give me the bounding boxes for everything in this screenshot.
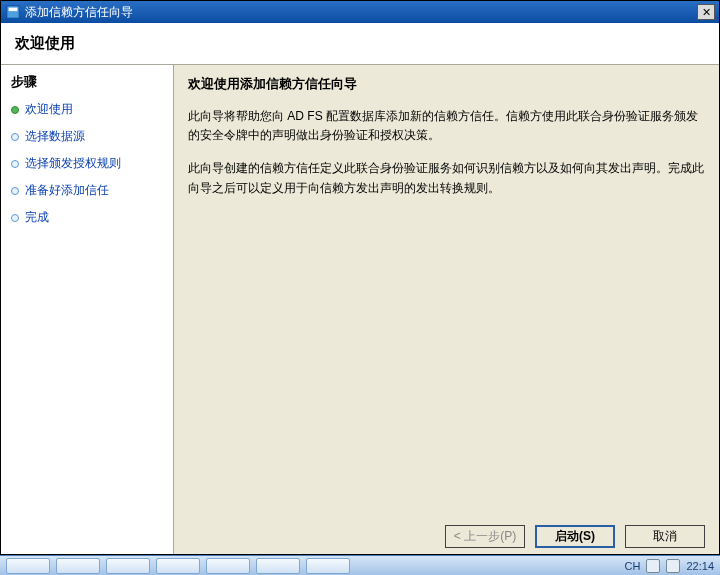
step-bullet-icon <box>11 214 19 222</box>
content-paragraph: 此向导创建的信赖方信任定义此联合身份验证服务如何识别信赖方以及如何向其发出声明。… <box>188 159 705 197</box>
title-bar[interactable]: 添加信赖方信任向导 ✕ <box>1 1 719 23</box>
language-indicator[interactable]: CH <box>625 560 641 572</box>
previous-button[interactable]: < 上一步(P) <box>445 525 525 548</box>
svg-rect-1 <box>9 8 18 12</box>
wizard-content: 欢迎使用添加信赖方信任向导 此向导将帮助您向 AD FS 配置数据库添加新的信赖… <box>174 65 719 554</box>
step-datasource[interactable]: 选择数据源 <box>11 128 163 145</box>
clock[interactable]: 22:14 <box>686 560 714 572</box>
step-bullet-icon <box>11 160 19 168</box>
cancel-button[interactable]: 取消 <box>625 525 705 548</box>
taskbar-item[interactable] <box>156 558 200 574</box>
step-bullet-icon <box>11 106 19 114</box>
taskbar-item[interactable] <box>206 558 250 574</box>
start-button[interactable]: 启动(S) <box>535 525 615 548</box>
taskbar[interactable]: CH 22:14 <box>0 555 720 575</box>
wizard-header: 欢迎使用 <box>1 23 719 65</box>
step-authrules[interactable]: 选择颁发授权规则 <box>11 155 163 172</box>
step-bullet-icon <box>11 187 19 195</box>
close-button[interactable]: ✕ <box>697 4 715 20</box>
taskbar-item[interactable] <box>306 558 350 574</box>
taskbar-item[interactable] <box>106 558 150 574</box>
step-label: 选择数据源 <box>25 128 85 145</box>
taskbar-item[interactable] <box>256 558 300 574</box>
system-tray: CH 22:14 <box>625 559 720 573</box>
tray-icon[interactable] <box>646 559 660 573</box>
page-title: 欢迎使用 <box>15 34 75 53</box>
wizard-body: 步骤 欢迎使用 选择数据源 选择颁发授权规则 准备好添加信任 完成 <box>1 65 719 554</box>
taskbar-item[interactable] <box>56 558 100 574</box>
steps-title: 步骤 <box>11 73 163 91</box>
step-label: 欢迎使用 <box>25 101 73 118</box>
tray-icon[interactable] <box>666 559 680 573</box>
app-icon <box>5 4 21 20</box>
step-finish[interactable]: 完成 <box>11 209 163 226</box>
content-paragraph: 此向导将帮助您向 AD FS 配置数据库添加新的信赖方信任。信赖方使用此联合身份… <box>188 107 705 145</box>
step-bullet-icon <box>11 133 19 141</box>
step-welcome[interactable]: 欢迎使用 <box>11 101 163 118</box>
window-title: 添加信赖方信任向导 <box>25 4 133 21</box>
content-title: 欢迎使用添加信赖方信任向导 <box>188 75 705 93</box>
step-ready[interactable]: 准备好添加信任 <box>11 182 163 199</box>
step-label: 完成 <box>25 209 49 226</box>
taskbar-item[interactable] <box>6 558 50 574</box>
wizard-window: 添加信赖方信任向导 ✕ 欢迎使用 步骤 欢迎使用 选择数据源 选择颁发授权规则 <box>0 0 720 555</box>
step-label: 准备好添加信任 <box>25 182 109 199</box>
steps-sidebar: 步骤 欢迎使用 选择数据源 选择颁发授权规则 准备好添加信任 完成 <box>1 65 174 554</box>
button-row: < 上一步(P) 启动(S) 取消 <box>188 519 705 550</box>
close-icon: ✕ <box>702 7 711 18</box>
step-label: 选择颁发授权规则 <box>25 155 121 172</box>
